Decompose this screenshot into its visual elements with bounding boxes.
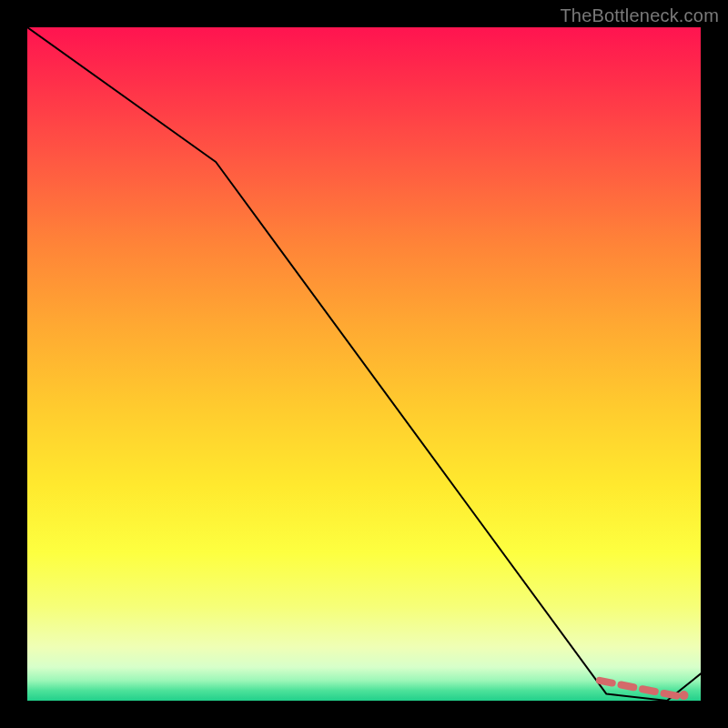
chart-overlay-svg — [27, 27, 701, 701]
watermark-text: TheBottleneck.com — [560, 5, 719, 26]
plot-area — [27, 27, 701, 701]
main-curve — [27, 27, 701, 701]
end-marker — [680, 691, 689, 700]
chart-stage: TheBottleneck.com — [0, 0, 728, 728]
